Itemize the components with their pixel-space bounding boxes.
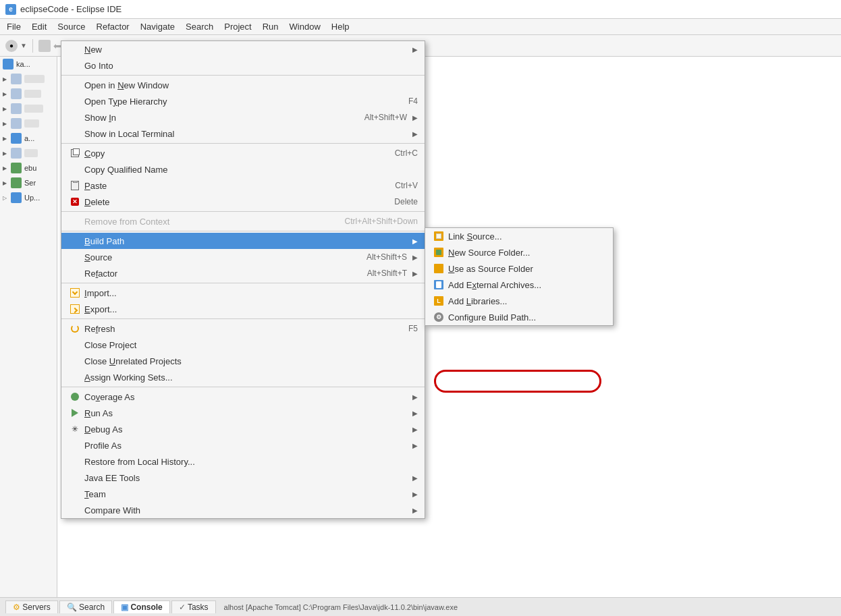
submenu-item-link-source-label: Link Source... xyxy=(448,231,606,242)
menu-item-open-type-hierarchy-label: Open Type Hierarchy xyxy=(84,96,395,107)
sidebar: ka... ▶ ▶ ▶ ▶ ▶ a... ▶ xyxy=(0,57,57,597)
submenu-item-configure-build-path[interactable]: ⚙ Configure Build Path... xyxy=(425,309,613,325)
menu-item-open-type-hierarchy[interactable]: Open Type Hierarchy F4 xyxy=(61,93,425,109)
menu-run[interactable]: Run xyxy=(259,20,283,33)
java-ee-tools-icon xyxy=(68,472,82,483)
status-bar: ⚙ Servers 🔍 Search ▣ Console ✓ Tasks alh… xyxy=(0,597,841,616)
sidebar-item-0[interactable]: ka... xyxy=(0,57,57,72)
menu-item-go-into-label: Go Into xyxy=(84,61,418,71)
menu-item-restore-history-label: Restore from Local History... xyxy=(84,457,418,467)
menu-item-open-new-window-label: Open in New Window xyxy=(84,80,418,90)
menu-item-show-local-terminal[interactable]: Show in Local Terminal ▶ xyxy=(61,125,425,142)
menu-project[interactable]: Project xyxy=(220,20,255,33)
menu-item-copy-qualified[interactable]: Copy Qualified Name xyxy=(61,161,425,177)
menu-item-java-ee-tools[interactable]: Java EE Tools ▶ xyxy=(61,470,425,486)
menu-source[interactable]: Source xyxy=(53,20,89,33)
tab-console[interactable]: ▣ Console xyxy=(113,600,170,613)
sidebar-arrow-4: ▶ xyxy=(3,121,8,126)
menu-edit[interactable]: Edit xyxy=(28,20,51,33)
sidebar-item-3[interactable]: ▶ xyxy=(0,101,57,116)
menu-item-run-as[interactable]: Run As ▶ xyxy=(61,405,425,421)
menu-item-new[interactable]: New ▶ xyxy=(61,41,425,57)
submenu-item-new-source-folder[interactable]: New Source Folder... xyxy=(425,244,613,260)
menu-item-copy[interactable]: Copy Ctrl+C xyxy=(61,145,425,161)
menu-item-close-project-label: Close Project xyxy=(84,340,418,350)
menu-item-close-unrelated[interactable]: Close Unrelated Projects xyxy=(61,353,425,369)
menu-item-delete[interactable]: ✕ Delete Delete xyxy=(61,194,425,210)
submenu-item-add-libraries[interactable]: L Add Libraries... xyxy=(425,293,613,309)
refresh-icon xyxy=(68,323,82,334)
sidebar-icon-4 xyxy=(11,118,22,129)
menu-navigate[interactable]: Navigate xyxy=(136,20,179,33)
build-path-arrow-icon: ▶ xyxy=(412,237,418,245)
sidebar-item-8[interactable]: ▶ Ser xyxy=(0,175,57,190)
menu-item-go-into[interactable]: Go Into xyxy=(61,57,425,74)
sidebar-item-5[interactable]: ▶ a... xyxy=(0,131,57,146)
sidebar-arrow-3: ▶ xyxy=(3,106,8,111)
submenu-item-use-as-source-label: Use as Source Folder xyxy=(448,264,606,274)
sidebar-item-4[interactable]: ▶ xyxy=(0,116,57,131)
submenu-item-add-external-archives[interactable]: Add External Archives... xyxy=(425,277,613,293)
toolbar-icon-1[interactable]: ● xyxy=(5,40,18,52)
menu-window[interactable]: Window xyxy=(286,20,325,33)
menu-item-close-project[interactable]: Close Project xyxy=(61,337,425,353)
refresh-shortcut: F5 xyxy=(408,324,418,333)
sidebar-icon-6 xyxy=(11,148,22,159)
menu-item-import[interactable]: Import... xyxy=(61,285,425,301)
sidebar-arrow-8: ▶ xyxy=(3,180,8,186)
menu-help[interactable]: Help xyxy=(327,20,354,33)
source-arrow-icon: ▶ xyxy=(412,254,418,261)
menu-item-source[interactable]: Source Alt+Shift+S ▶ xyxy=(61,249,425,265)
menu-item-restore-history[interactable]: Restore from Local History... xyxy=(61,453,425,470)
toolbar-icon-2[interactable] xyxy=(38,40,51,52)
sidebar-item-6[interactable]: ▶ xyxy=(0,146,57,161)
menu-item-debug-as[interactable]: ✳ Debug As ▶ xyxy=(61,421,425,437)
menu-item-export-label: Export... xyxy=(84,304,418,314)
menu-item-refresh-label: Refresh xyxy=(84,324,395,334)
sidebar-label-2 xyxy=(24,90,41,98)
sidebar-item-9[interactable]: ▷ Up... xyxy=(0,190,57,205)
menu-item-team-label: Team xyxy=(84,489,407,499)
toolbar-dropdown[interactable]: ▼ xyxy=(20,42,27,49)
menu-file[interactable]: File xyxy=(3,20,25,33)
menu-item-build-path[interactable]: Build Path ▶ xyxy=(61,233,425,249)
menu-item-show-in[interactable]: Show In Alt+Shift+W ▶ xyxy=(61,109,425,125)
tab-tasks[interactable]: ✓ Tasks xyxy=(171,600,216,613)
restore-history-icon xyxy=(68,456,82,467)
menu-item-assign-working-sets[interactable]: Assign Working Sets... xyxy=(61,369,425,385)
menu-search[interactable]: Search xyxy=(182,20,217,33)
add-libraries-icon: L xyxy=(432,296,445,306)
build-path-icon xyxy=(68,235,82,246)
sidebar-icon-8 xyxy=(11,177,22,188)
menu-item-profile-as[interactable]: Profile As ▶ xyxy=(61,437,425,453)
menu-item-compare-with[interactable]: Compare With ▶ xyxy=(61,502,425,518)
menu-item-open-new-window[interactable]: Open in New Window xyxy=(61,77,425,93)
menu-item-refactor[interactable]: Refactor Alt+Shift+T ▶ xyxy=(61,265,425,281)
app-icon: e xyxy=(5,4,16,15)
team-arrow-icon: ▶ xyxy=(412,491,418,498)
tab-search[interactable]: 🔍 Search xyxy=(59,600,112,613)
sidebar-item-7[interactable]: ▶ ebu xyxy=(0,161,57,175)
copy-qualified-icon xyxy=(68,164,82,175)
menu-item-refresh[interactable]: Refresh F5 xyxy=(61,320,425,337)
sidebar-item-1[interactable]: ▶ xyxy=(0,72,57,86)
menu-item-show-local-terminal-label: Show in Local Terminal xyxy=(84,129,407,139)
menu-refactor[interactable]: Refactor xyxy=(92,20,134,33)
submenu-build-path: Link Source... New Source Folder... Use … xyxy=(425,227,614,326)
menu-item-team[interactable]: Team ▶ xyxy=(61,486,425,502)
sidebar-item-2[interactable]: ▶ xyxy=(0,86,57,101)
menu-item-debug-as-label: Debug As xyxy=(84,424,407,435)
sidebar-label-9: Up... xyxy=(24,194,40,202)
show-in-icon xyxy=(68,112,82,123)
submenu-item-use-as-source[interactable]: Use as Source Folder xyxy=(425,260,613,277)
menu-item-remove-context-label: Remove from Context xyxy=(84,217,331,227)
menu-item-paste[interactable]: Paste Ctrl+V xyxy=(61,177,425,194)
menu-item-show-in-label: Show In xyxy=(84,113,351,123)
menu-item-export[interactable]: Export... xyxy=(61,301,425,317)
menu-item-coverage-as[interactable]: Coverage As ▶ xyxy=(61,389,425,405)
tab-servers[interactable]: ⚙ Servers xyxy=(5,600,58,613)
debug-as-arrow-icon: ▶ xyxy=(412,426,418,433)
sidebar-arrow-9: ▷ xyxy=(3,195,8,200)
submenu-item-link-source[interactable]: Link Source... xyxy=(425,228,613,244)
menu-item-source-label: Source xyxy=(84,252,353,262)
